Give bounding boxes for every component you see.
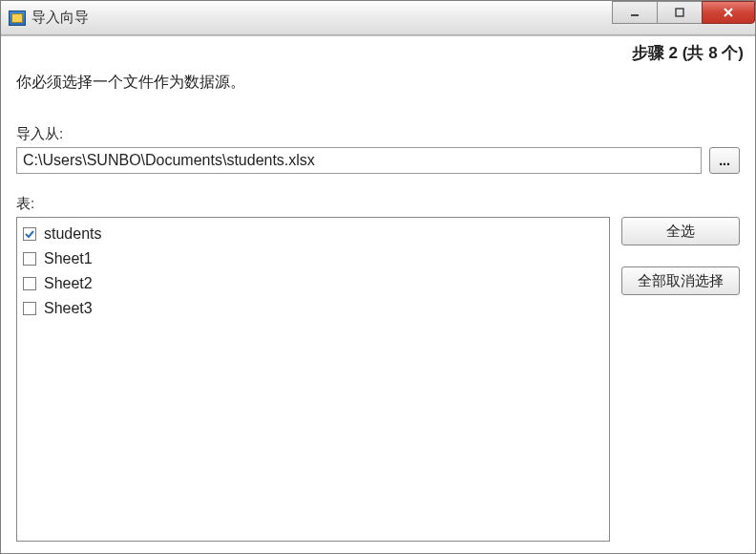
titlebar: 导入向导 [1,1,755,35]
table-item-label: Sheet1 [44,250,93,267]
table-item-label: students [44,225,101,243]
table-item-label: Sheet2 [44,275,93,292]
table-item-sheet1[interactable]: Sheet1 [23,246,603,271]
table-item-students[interactable]: students [23,222,603,246]
minimize-button[interactable] [612,1,658,24]
step-indicator: 步骤 2 (共 8 个) [632,42,744,64]
tables-listbox[interactable]: students Sheet1 Sheet2 [16,217,610,542]
checkbox-icon[interactable] [23,302,36,315]
table-item-sheet2[interactable]: Sheet2 [23,271,603,296]
checkbox-icon[interactable] [23,252,36,266]
side-buttons: 全选 全部取消选择 [621,217,740,542]
import-from-label: 导入从: [16,125,740,143]
instruction-text: 你必须选择一个文件作为数据源。 [16,73,740,93]
tables-row: students Sheet1 Sheet2 [16,217,740,542]
checkbox-icon[interactable] [23,277,36,290]
select-all-button[interactable]: 全选 [621,217,740,245]
close-button[interactable] [702,1,755,24]
content-area: 步骤 2 (共 8 个) 你必须选择一个文件作为数据源。 导入从: ... 表:… [1,35,755,553]
maximize-button[interactable] [657,1,703,24]
import-wizard-window: 导入向导 步骤 2 (共 8 个) 你必须选择一个文件作为数据源。 导入从: .… [0,0,756,554]
window-controls [613,1,755,26]
browse-button[interactable]: ... [709,147,740,174]
deselect-all-button[interactable]: 全部取消选择 [621,266,740,295]
tables-label: 表: [16,195,740,213]
svg-rect-1 [676,9,683,16]
path-row: ... [16,147,740,174]
app-icon [9,11,26,26]
file-path-input[interactable] [16,147,702,174]
inner-panel: 你必须选择一个文件作为数据源。 导入从: ... 表: students [1,36,755,553]
window-title: 导入向导 [32,9,89,27]
table-item-sheet3[interactable]: Sheet3 [23,296,603,321]
table-item-label: Sheet3 [44,300,93,317]
checkbox-icon[interactable] [23,227,36,241]
